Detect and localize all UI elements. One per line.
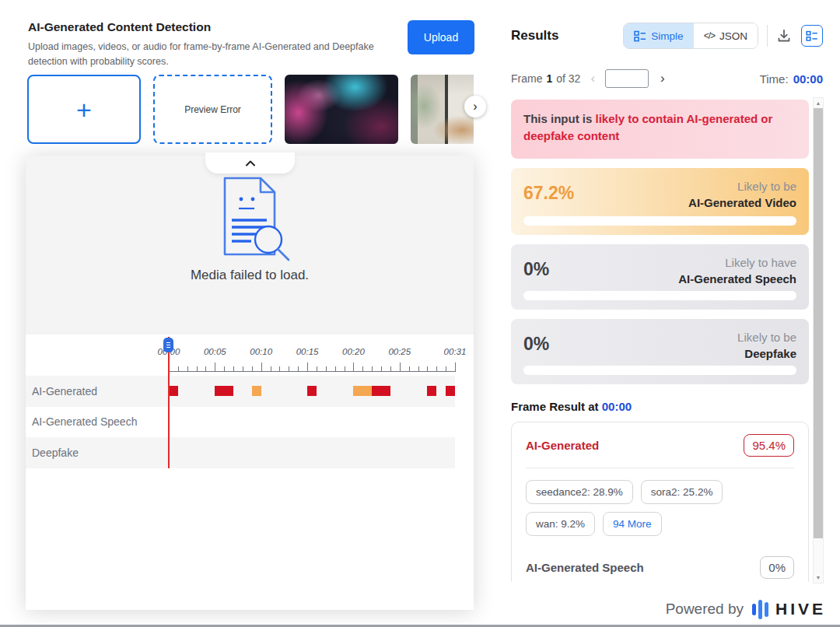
scrollbar-thumb[interactable] bbox=[814, 108, 823, 538]
more-models-button[interactable]: 94 More bbox=[603, 512, 662, 536]
thumbnail-scroll-right-button[interactable]: › bbox=[464, 96, 486, 117]
score-category: Deepfake bbox=[737, 345, 796, 362]
detection-segment-red[interactable] bbox=[427, 386, 436, 396]
ruler-tick bbox=[307, 363, 308, 372]
card-list-icon bbox=[806, 30, 818, 42]
score-card-deepfake: 0% Likely to be Deepfake bbox=[511, 319, 809, 384]
code-icon: </> bbox=[704, 30, 715, 41]
media-error-illustration bbox=[203, 173, 296, 268]
detection-segment-red[interactable] bbox=[446, 386, 455, 396]
time-tick-label: 00:10 bbox=[244, 347, 278, 356]
ruler-tick bbox=[197, 366, 198, 372]
score-progress-bar bbox=[523, 291, 796, 300]
ruler-tick bbox=[298, 366, 299, 372]
detection-segment-orange[interactable] bbox=[353, 386, 372, 396]
ruler-tick bbox=[427, 366, 428, 372]
video-thumbnail-cyberpunk[interactable] bbox=[285, 75, 398, 144]
ruler-tick bbox=[271, 366, 271, 372]
frame-number-input[interactable] bbox=[605, 69, 649, 88]
next-frame-button[interactable]: › bbox=[657, 71, 668, 86]
ruler-tick bbox=[353, 363, 354, 372]
preview-error-thumbnail[interactable]: Preview Error bbox=[153, 75, 272, 144]
ruler-tick bbox=[243, 366, 243, 372]
scrollbar-down-arrow[interactable]: ▼ bbox=[814, 573, 823, 583]
json-label: JSON bbox=[719, 30, 747, 42]
add-media-button[interactable]: + bbox=[27, 75, 141, 144]
ruler-tick bbox=[418, 366, 419, 372]
model-score-chip: sora2: 25.2% bbox=[641, 480, 723, 504]
ruler-tick bbox=[455, 363, 456, 372]
detection-alert: This input is likely to contain AI-gener… bbox=[511, 100, 809, 159]
view-simple-button[interactable]: Simple bbox=[624, 23, 693, 48]
ruler-tick bbox=[436, 366, 437, 372]
hive-wordmark: HIVE bbox=[775, 600, 826, 618]
results-panel: Results Simple </> JSON bbox=[498, 0, 840, 627]
score-card-ai-video: 67.2% Likely to be AI-Generated Video bbox=[511, 168, 809, 235]
detection-segment-red[interactable] bbox=[372, 386, 390, 396]
score-category: AI-Generated Speech bbox=[678, 271, 796, 287]
ruler-tick bbox=[335, 366, 336, 372]
thumbnail-strip: + Preview Error bbox=[27, 75, 474, 144]
collapse-handle[interactable] bbox=[205, 152, 295, 173]
upload-button[interactable]: Upload bbox=[408, 20, 474, 54]
upload-header: AI-Generated Content Detection Upload im… bbox=[28, 20, 474, 70]
class-label-ai-speech: AI-Generated Speech bbox=[526, 561, 644, 574]
model-chip-list: seedance2: 28.9%sora2: 25.2%wan: 9.2%94 … bbox=[526, 480, 794, 536]
download-results-button[interactable] bbox=[776, 28, 792, 44]
timeline-track-deepfake: Deepfake bbox=[26, 437, 455, 468]
track-label: AI-Generated Speech bbox=[32, 415, 137, 428]
time-tick-label: 00:25 bbox=[383, 347, 417, 356]
score-qualifier: Likely to have bbox=[678, 254, 796, 271]
detection-segment-red[interactable] bbox=[307, 386, 317, 396]
time-tick-label: 00:31 bbox=[438, 347, 472, 356]
score-progress-bar bbox=[523, 366, 796, 375]
report-view-button[interactable] bbox=[801, 25, 823, 47]
ruler-tick bbox=[289, 366, 289, 372]
ruler-tick bbox=[362, 366, 363, 372]
playhead-grip-icon bbox=[166, 345, 170, 345]
ruler-tick bbox=[215, 363, 215, 372]
detection-segment-orange[interactable] bbox=[252, 386, 261, 396]
ruler-tick bbox=[345, 366, 345, 372]
hive-logo: HIVE bbox=[752, 600, 826, 619]
score-qualifier: Likely to be bbox=[737, 329, 796, 345]
scrollbar-up-arrow[interactable]: ▲ bbox=[814, 98, 823, 108]
powered-by-label: Powered by bbox=[666, 601, 744, 618]
ruler-tick bbox=[400, 363, 401, 372]
frame-navigation: Frame 1 of 32 ‹ › Time: 00:00 bbox=[511, 68, 823, 89]
ruler-tick bbox=[187, 366, 188, 372]
ruler-tick bbox=[372, 366, 373, 372]
timeline-track-ai-generated: AI-Generated bbox=[26, 376, 455, 407]
results-scrollbar[interactable]: ▲ ▼ bbox=[813, 97, 824, 583]
model-score-chip: wan: 9.2% bbox=[526, 512, 595, 536]
time-label: Time: bbox=[760, 72, 789, 86]
class-label-ai-generated: AI-Generated bbox=[526, 439, 599, 452]
layout-list-icon bbox=[634, 30, 646, 42]
results-scroll-area: This input is likely to contain AI-gener… bbox=[511, 97, 809, 582]
ruler-tick bbox=[381, 366, 382, 372]
detection-segment-red[interactable] bbox=[169, 386, 178, 396]
frame-total: of 32 bbox=[556, 72, 580, 85]
frame-result-prefix: Frame Result at bbox=[511, 400, 599, 413]
timeline-track-ai-generated-speech: AI-Generated Speech bbox=[26, 407, 455, 438]
track-label: Deepfake bbox=[32, 447, 79, 459]
powered-by-footer: Powered by HIVE bbox=[666, 596, 826, 622]
score-card-ai-speech: 0% Likely to have AI-Generated Speech bbox=[511, 244, 809, 310]
media-viewer-card: Media failed to load. 00:0000:0500:1000:… bbox=[26, 156, 474, 610]
time-tick-label: 00:05 bbox=[198, 347, 232, 356]
ruler-tick bbox=[252, 366, 253, 372]
detection-segment-red[interactable] bbox=[215, 386, 233, 396]
page-title: AI-Generated Content Detection bbox=[28, 20, 408, 34]
ruler-tick bbox=[205, 366, 206, 372]
playhead-line bbox=[168, 337, 170, 468]
ruler-tick bbox=[261, 363, 262, 372]
ruler-tick bbox=[317, 366, 317, 372]
view-json-button[interactable]: </> JSON bbox=[694, 23, 758, 48]
ruler-tick bbox=[446, 366, 446, 372]
timeline-playhead[interactable] bbox=[163, 338, 173, 352]
ruler-tick bbox=[409, 366, 410, 372]
class-score-badge: 0% bbox=[760, 556, 794, 579]
prev-frame-button[interactable]: ‹ bbox=[587, 71, 598, 86]
card-divider bbox=[526, 468, 794, 468]
model-score-chip: seedance2: 28.9% bbox=[526, 480, 633, 504]
